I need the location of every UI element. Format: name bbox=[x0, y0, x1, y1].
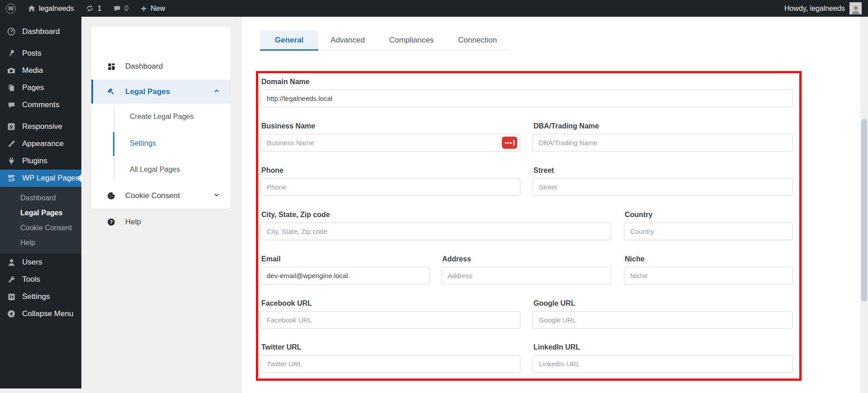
tab-general[interactable]: General bbox=[260, 30, 318, 50]
sidebar-item-label: Dashboard bbox=[22, 27, 60, 36]
tab-compliances[interactable]: Compliances bbox=[377, 30, 446, 50]
sidebar-item-settings[interactable]: Settings bbox=[0, 288, 81, 305]
chevron-down-icon[interactable] bbox=[213, 191, 220, 200]
subnav-all-legal-pages[interactable]: All Legal Pages bbox=[130, 166, 180, 174]
sidebar-item-users[interactable]: Users bbox=[0, 254, 81, 271]
sidebar-item-dashboard[interactable]: Dashboard bbox=[0, 23, 81, 40]
plugin-nav-card: Dashboard Legal Pages Create Legal Pages… bbox=[91, 27, 231, 209]
linkedin-url-label: LinkedIn URL bbox=[533, 343, 580, 351]
wordpress-admin-page: W legalneeds 1 bbox=[0, 0, 868, 393]
twitter-url-label: Twitter URL bbox=[261, 343, 302, 351]
sidebar-item-label: WP Legal Pages bbox=[22, 174, 79, 183]
niche-input[interactable] bbox=[624, 267, 793, 284]
country-input[interactable] bbox=[624, 223, 793, 240]
submenu-item-legal-pages[interactable]: Legal Pages bbox=[0, 205, 81, 220]
submenu-item-cookie-consent[interactable]: Cookie Consent bbox=[0, 220, 81, 235]
facebook-url-input[interactable] bbox=[260, 311, 520, 329]
sidebar-item-plugins[interactable]: Plugins bbox=[0, 152, 81, 170]
updates-link[interactable]: 1 bbox=[80, 0, 107, 17]
admin-bar-left: W legalneeds 1 bbox=[0, 0, 171, 17]
new-content-button[interactable]: New bbox=[134, 0, 171, 17]
subnav-create-legal-pages[interactable]: Create Legal Pages bbox=[130, 113, 193, 121]
sidebar-item-wp-legal-pages[interactable]: WP:LP WP Legal Pages bbox=[0, 170, 81, 187]
wordpress-menu-button[interactable]: W bbox=[0, 0, 22, 17]
page-scrollbar-track[interactable] bbox=[860, 17, 868, 393]
plugin-nav-dashboard[interactable]: Dashboard bbox=[91, 53, 231, 80]
svg-text:?: ? bbox=[110, 219, 113, 225]
page-scrollbar-thumb[interactable] bbox=[861, 119, 867, 302]
settings-tabs: General Advanced Compliances Connection bbox=[260, 30, 509, 50]
sidebar-item-pages[interactable]: Pages bbox=[0, 79, 81, 96]
sidebar-item-label: Posts bbox=[22, 49, 42, 58]
sidebar-item-responsive[interactable]: R Responsive bbox=[0, 118, 81, 135]
question-circle-icon: ? bbox=[106, 217, 116, 227]
google-url-label: Google URL bbox=[533, 299, 575, 308]
chevron-up-icon[interactable] bbox=[213, 87, 220, 96]
google-url-input[interactable] bbox=[533, 311, 793, 329]
sidebar-item-label: Users bbox=[22, 258, 42, 267]
collapse-arrow-icon bbox=[6, 308, 17, 319]
plugin-nav-help[interactable]: ? Help bbox=[91, 208, 231, 236]
comment-count: 0 bbox=[124, 5, 128, 13]
sidebar-item-label: Pages bbox=[22, 83, 44, 92]
submenu-item-help[interactable]: Help bbox=[0, 235, 81, 250]
sidebar-item-label: Plugins bbox=[22, 156, 47, 166]
phone-input[interactable] bbox=[260, 178, 520, 196]
plugin-nav-legal-pages[interactable]: Legal Pages bbox=[91, 80, 231, 104]
howdy-account-link[interactable]: Howdy, legalneeds bbox=[784, 5, 845, 13]
subnav-line-active bbox=[113, 132, 114, 156]
collapse-menu-button[interactable]: Collapse Menu bbox=[0, 305, 81, 322]
sidebar-item-appearance[interactable]: Appearance bbox=[0, 135, 81, 152]
avatar[interactable] bbox=[849, 2, 862, 14]
sidebar-item-media[interactable]: Media bbox=[0, 62, 81, 79]
site-name-link[interactable]: legalneeds bbox=[22, 0, 80, 17]
plus-icon bbox=[140, 5, 147, 12]
pages-icon bbox=[6, 82, 17, 93]
update-count: 1 bbox=[97, 5, 101, 13]
wp-legal-pages-logo-icon: WP:LP bbox=[6, 173, 17, 184]
tab-connection[interactable]: Connection bbox=[446, 30, 509, 50]
gauge-icon bbox=[6, 26, 17, 37]
autofill-extension-badge[interactable]: ••• bbox=[502, 137, 517, 149]
phone-label: Phone bbox=[261, 166, 283, 175]
tab-advanced[interactable]: Advanced bbox=[318, 30, 377, 50]
sidebar-item-posts[interactable]: Posts bbox=[0, 45, 81, 62]
plugin-nav-cookie-consent[interactable]: Cookie Consent bbox=[91, 183, 231, 208]
business-name-label: Business Name bbox=[261, 122, 315, 130]
sidebar-item-label: Media bbox=[22, 66, 43, 75]
domain-name-label: Domain Name bbox=[261, 78, 310, 86]
sidebar-item-tools[interactable]: Tools bbox=[0, 271, 81, 288]
submenu-item-dashboard[interactable]: Dashboard bbox=[0, 190, 81, 205]
sidebar-item-label: Comments bbox=[22, 100, 59, 109]
address-input[interactable] bbox=[441, 267, 611, 284]
gavel-icon bbox=[106, 87, 116, 97]
sidebar-item-label: Tools bbox=[22, 275, 40, 284]
subnav-settings[interactable]: Settings bbox=[130, 139, 156, 147]
svg-text:R: R bbox=[9, 124, 13, 130]
sidebar-item-label: Settings bbox=[22, 292, 50, 301]
menu-separator bbox=[0, 40, 81, 45]
twitter-url-input[interactable] bbox=[260, 355, 520, 373]
plugin-nav-label: Help bbox=[125, 218, 141, 227]
email-input[interactable] bbox=[260, 267, 429, 284]
wordpress-logo-icon: W bbox=[6, 4, 16, 14]
sidebar-item-label: Appearance bbox=[22, 139, 64, 148]
niche-label: Niche bbox=[625, 255, 645, 263]
responsive-r-icon: R bbox=[6, 121, 17, 132]
plugin-nav-label: Dashboard bbox=[125, 62, 163, 71]
linkedin-url-input[interactable] bbox=[533, 355, 793, 373]
address-label: Address bbox=[442, 255, 471, 263]
domain-name-input[interactable] bbox=[260, 90, 793, 107]
wrench-icon bbox=[6, 274, 17, 285]
pushpin-icon bbox=[6, 48, 17, 59]
country-label: Country bbox=[625, 211, 652, 219]
street-input[interactable] bbox=[533, 178, 793, 196]
comments-link[interactable]: 0 bbox=[107, 0, 134, 17]
city-input[interactable] bbox=[260, 223, 611, 240]
dba-input[interactable] bbox=[533, 134, 793, 152]
sidebar-item-comments[interactable]: Comments bbox=[0, 96, 81, 114]
city-label: City, State, Zip code bbox=[261, 211, 330, 219]
business-name-input[interactable] bbox=[260, 134, 520, 152]
sidebar-item-label: Collapse Menu bbox=[22, 309, 73, 318]
facebook-url-label: Facebook URL bbox=[261, 299, 312, 308]
